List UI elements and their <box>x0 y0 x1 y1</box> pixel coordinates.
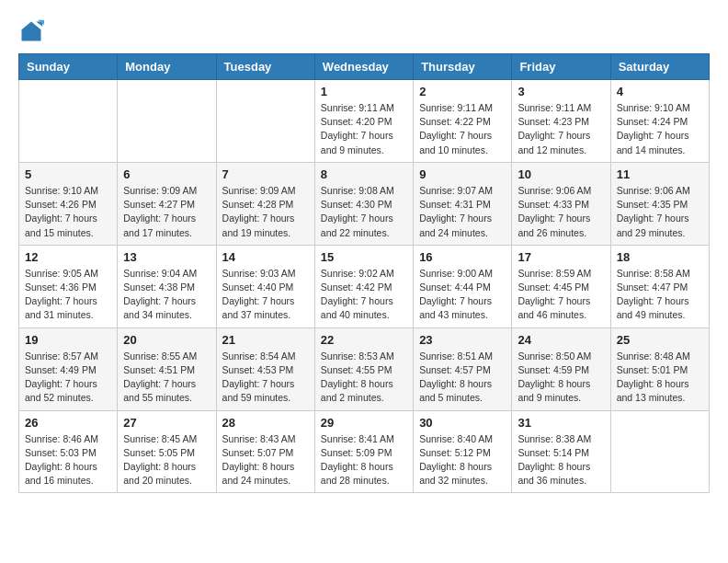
day-of-week-header: Saturday <box>610 54 709 80</box>
day-of-week-header: Thursday <box>414 54 512 80</box>
calendar-day-cell: 20Sunrise: 8:55 AM Sunset: 4:51 PM Dayli… <box>118 327 216 410</box>
calendar-day-cell: 26Sunrise: 8:46 AM Sunset: 5:03 PM Dayli… <box>19 410 118 493</box>
day-detail: Sunrise: 9:11 AM Sunset: 4:20 PM Dayligh… <box>321 101 407 157</box>
calendar-day-cell: 7Sunrise: 9:09 AM Sunset: 4:28 PM Daylig… <box>216 162 314 245</box>
day-detail: Sunrise: 9:09 AM Sunset: 4:27 PM Dayligh… <box>123 184 210 240</box>
calendar-day-cell <box>610 410 709 493</box>
calendar-week-row: 5Sunrise: 9:10 AM Sunset: 4:26 PM Daylig… <box>19 162 710 245</box>
calendar-day-cell: 3Sunrise: 9:11 AM Sunset: 4:23 PM Daylig… <box>512 80 610 163</box>
day-detail: Sunrise: 8:38 AM Sunset: 5:14 PM Dayligh… <box>518 432 604 488</box>
day-number: 5 <box>25 167 111 181</box>
calendar-day-cell: 22Sunrise: 8:53 AM Sunset: 4:55 PM Dayli… <box>314 327 413 410</box>
calendar-day-cell: 29Sunrise: 8:41 AM Sunset: 5:09 PM Dayli… <box>314 410 413 493</box>
day-number: 10 <box>518 167 604 181</box>
calendar-day-cell: 31Sunrise: 8:38 AM Sunset: 5:14 PM Dayli… <box>512 410 610 493</box>
calendar-day-cell: 19Sunrise: 8:57 AM Sunset: 4:49 PM Dayli… <box>19 327 118 410</box>
day-number: 26 <box>25 416 111 430</box>
day-detail: Sunrise: 9:10 AM Sunset: 4:26 PM Dayligh… <box>25 184 111 240</box>
day-number: 22 <box>321 333 407 347</box>
day-detail: Sunrise: 9:11 AM Sunset: 4:23 PM Dayligh… <box>518 101 604 157</box>
day-detail: Sunrise: 8:45 AM Sunset: 5:05 PM Dayligh… <box>123 432 210 488</box>
calendar-table: SundayMondayTuesdayWednesdayThursdayFrid… <box>18 53 710 493</box>
day-detail: Sunrise: 8:54 AM Sunset: 4:53 PM Dayligh… <box>222 350 309 406</box>
calendar-day-cell: 25Sunrise: 8:48 AM Sunset: 5:01 PM Dayli… <box>610 327 709 410</box>
day-detail: Sunrise: 8:51 AM Sunset: 4:57 PM Dayligh… <box>419 350 506 406</box>
day-detail: Sunrise: 8:43 AM Sunset: 5:07 PM Dayligh… <box>222 432 309 488</box>
day-number: 14 <box>222 250 309 264</box>
day-detail: Sunrise: 9:06 AM Sunset: 4:33 PM Dayligh… <box>518 184 604 240</box>
day-number: 4 <box>617 85 703 98</box>
calendar-week-row: 19Sunrise: 8:57 AM Sunset: 4:49 PM Dayli… <box>19 327 710 410</box>
day-detail: Sunrise: 9:03 AM Sunset: 4:40 PM Dayligh… <box>222 267 309 323</box>
day-detail: Sunrise: 8:50 AM Sunset: 4:59 PM Dayligh… <box>518 350 604 406</box>
day-number: 17 <box>518 250 604 264</box>
page-header <box>18 18 710 44</box>
day-detail: Sunrise: 9:06 AM Sunset: 4:35 PM Dayligh… <box>617 184 703 240</box>
day-number: 21 <box>222 333 309 347</box>
day-of-week-header: Sunday <box>19 54 118 80</box>
day-detail: Sunrise: 9:11 AM Sunset: 4:22 PM Dayligh… <box>419 101 506 157</box>
calendar-day-cell: 21Sunrise: 8:54 AM Sunset: 4:53 PM Dayli… <box>216 327 314 410</box>
day-detail: Sunrise: 8:57 AM Sunset: 4:49 PM Dayligh… <box>25 350 111 406</box>
day-number: 12 <box>25 250 111 264</box>
day-number: 6 <box>123 167 210 181</box>
calendar-day-cell: 11Sunrise: 9:06 AM Sunset: 4:35 PM Dayli… <box>610 162 709 245</box>
day-number: 25 <box>617 333 703 347</box>
calendar-day-cell: 1Sunrise: 9:11 AM Sunset: 4:20 PM Daylig… <box>314 80 413 163</box>
day-number: 13 <box>123 250 210 264</box>
day-detail: Sunrise: 8:46 AM Sunset: 5:03 PM Dayligh… <box>25 432 111 488</box>
day-detail: Sunrise: 9:08 AM Sunset: 4:30 PM Dayligh… <box>321 184 407 240</box>
calendar-day-cell: 30Sunrise: 8:40 AM Sunset: 5:12 PM Dayli… <box>414 410 512 493</box>
calendar-day-cell <box>118 80 216 163</box>
day-number: 27 <box>123 416 210 430</box>
calendar-day-cell: 17Sunrise: 8:59 AM Sunset: 4:45 PM Dayli… <box>512 245 610 327</box>
calendar-day-cell: 9Sunrise: 9:07 AM Sunset: 4:31 PM Daylig… <box>414 162 512 245</box>
day-detail: Sunrise: 9:10 AM Sunset: 4:24 PM Dayligh… <box>617 101 703 157</box>
calendar-day-cell <box>216 80 314 163</box>
day-number: 1 <box>321 85 407 98</box>
day-number: 7 <box>222 167 309 181</box>
day-detail: Sunrise: 8:59 AM Sunset: 4:45 PM Dayligh… <box>518 267 604 323</box>
day-of-week-header: Wednesday <box>314 54 413 80</box>
day-of-week-header: Friday <box>512 54 610 80</box>
day-number: 18 <box>617 250 703 264</box>
day-number: 16 <box>419 250 506 264</box>
calendar-day-cell: 15Sunrise: 9:02 AM Sunset: 4:42 PM Dayli… <box>314 245 413 327</box>
logo-icon <box>18 18 44 44</box>
day-number: 15 <box>321 250 407 264</box>
calendar-day-cell: 13Sunrise: 9:04 AM Sunset: 4:38 PM Dayli… <box>118 245 216 327</box>
calendar-week-row: 26Sunrise: 8:46 AM Sunset: 5:03 PM Dayli… <box>19 410 710 493</box>
day-number: 3 <box>518 85 604 98</box>
day-detail: Sunrise: 9:07 AM Sunset: 4:31 PM Dayligh… <box>419 184 506 240</box>
day-detail: Sunrise: 9:02 AM Sunset: 4:42 PM Dayligh… <box>321 267 407 323</box>
calendar-day-cell: 14Sunrise: 9:03 AM Sunset: 4:40 PM Dayli… <box>216 245 314 327</box>
calendar-day-cell: 18Sunrise: 8:58 AM Sunset: 4:47 PM Dayli… <box>610 245 709 327</box>
day-number: 9 <box>419 167 506 181</box>
day-detail: Sunrise: 9:05 AM Sunset: 4:36 PM Dayligh… <box>25 267 111 323</box>
day-number: 28 <box>222 416 309 430</box>
calendar-day-cell: 6Sunrise: 9:09 AM Sunset: 4:27 PM Daylig… <box>118 162 216 245</box>
day-detail: Sunrise: 9:04 AM Sunset: 4:38 PM Dayligh… <box>123 267 210 323</box>
day-detail: Sunrise: 8:55 AM Sunset: 4:51 PM Dayligh… <box>123 350 210 406</box>
calendar-day-cell: 5Sunrise: 9:10 AM Sunset: 4:26 PM Daylig… <box>19 162 118 245</box>
calendar-day-cell: 28Sunrise: 8:43 AM Sunset: 5:07 PM Dayli… <box>216 410 314 493</box>
day-number: 11 <box>617 167 703 181</box>
calendar-day-cell: 27Sunrise: 8:45 AM Sunset: 5:05 PM Dayli… <box>118 410 216 493</box>
calendar-header-row: SundayMondayTuesdayWednesdayThursdayFrid… <box>19 54 710 80</box>
day-detail: Sunrise: 8:58 AM Sunset: 4:47 PM Dayligh… <box>617 267 703 323</box>
day-number: 8 <box>321 167 407 181</box>
calendar-day-cell: 23Sunrise: 8:51 AM Sunset: 4:57 PM Dayli… <box>414 327 512 410</box>
calendar-day-cell: 16Sunrise: 9:00 AM Sunset: 4:44 PM Dayli… <box>414 245 512 327</box>
day-number: 20 <box>123 333 210 347</box>
calendar-day-cell: 4Sunrise: 9:10 AM Sunset: 4:24 PM Daylig… <box>610 80 709 163</box>
day-number: 31 <box>518 416 604 430</box>
day-detail: Sunrise: 8:53 AM Sunset: 4:55 PM Dayligh… <box>321 350 407 406</box>
day-detail: Sunrise: 8:40 AM Sunset: 5:12 PM Dayligh… <box>419 432 506 488</box>
day-detail: Sunrise: 8:48 AM Sunset: 5:01 PM Dayligh… <box>617 350 703 406</box>
day-number: 23 <box>419 333 506 347</box>
day-detail: Sunrise: 8:41 AM Sunset: 5:09 PM Dayligh… <box>321 432 407 488</box>
day-of-week-header: Tuesday <box>216 54 314 80</box>
calendar-week-row: 1Sunrise: 9:11 AM Sunset: 4:20 PM Daylig… <box>19 80 710 163</box>
calendar-week-row: 12Sunrise: 9:05 AM Sunset: 4:36 PM Dayli… <box>19 245 710 327</box>
calendar-day-cell: 10Sunrise: 9:06 AM Sunset: 4:33 PM Dayli… <box>512 162 610 245</box>
